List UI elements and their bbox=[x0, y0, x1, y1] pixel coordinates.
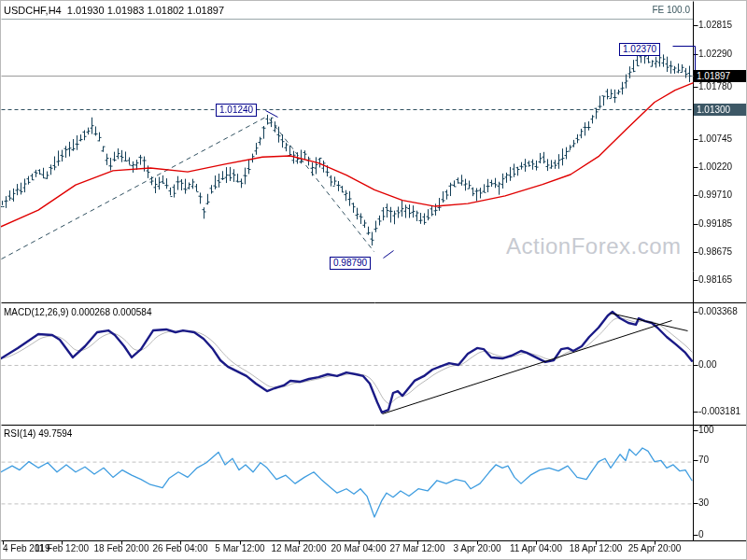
price-annotation-0.98790[interactable]: 0.98790 bbox=[330, 257, 371, 270]
x-axis-label: 27 Mar 12:00 bbox=[390, 543, 445, 553]
level-price-axis-label: 1.01300 bbox=[694, 104, 746, 116]
y-axis-label: 70 bbox=[698, 455, 709, 465]
chart-canvas[interactable] bbox=[1, 1, 747, 560]
x-axis-label: 12 Mar 20:00 bbox=[272, 543, 327, 553]
y-axis-label: 30 bbox=[698, 497, 709, 508]
x-axis-label: 26 Feb 04:00 bbox=[153, 543, 208, 553]
y-axis-label: 1.00220 bbox=[698, 161, 732, 172]
x-axis-label: 18 Apr 12:00 bbox=[570, 543, 623, 553]
symbol-ohlc-title: USDCHF,H4 1.01930 1.01983 1.01802 1.0189… bbox=[4, 5, 224, 16]
y-axis-label: 100 bbox=[698, 425, 714, 435]
trading-chart-window: ActionForex.com USDCHF,H4 1.01930 1.0198… bbox=[0, 0, 747, 560]
y-axis-label: 0 bbox=[698, 529, 704, 539]
y-axis-label: 0.98165 bbox=[698, 274, 732, 285]
y-axis-label: 1.01780 bbox=[698, 81, 732, 91]
y-axis-label: 0.99185 bbox=[698, 218, 732, 229]
fib-expansion-label: FE 100.0 bbox=[652, 5, 690, 15]
y-axis-label: 0.99710 bbox=[698, 189, 732, 200]
y-axis-label: 0.00 bbox=[698, 359, 716, 370]
price-annotation-1.02370[interactable]: 1.02370 bbox=[619, 43, 660, 56]
x-axis-label: 5 Mar 12:00 bbox=[215, 543, 264, 553]
x-axis-label: 11 Apr 04:00 bbox=[510, 543, 562, 553]
x-axis-label: 25 Apr 20:00 bbox=[628, 543, 682, 553]
x-axis-label: 3 Apr 20:00 bbox=[453, 543, 500, 553]
y-axis-label: 0.003368 bbox=[698, 306, 738, 316]
x-axis-label: 20 Mar 04:00 bbox=[331, 543, 387, 553]
y-axis-label: -0.003181 bbox=[698, 406, 740, 416]
x-axis-label: 11 Feb 12:00 bbox=[35, 543, 89, 553]
rsi-indicator-label: RSI(14) 49.7594 bbox=[4, 428, 72, 439]
y-axis-label: 1.00745 bbox=[698, 133, 732, 144]
x-axis-label: 18 Feb 20:00 bbox=[94, 543, 149, 553]
macd-indicator-label: MACD(12,26,9) 0.000268 0.000584 bbox=[4, 307, 151, 317]
y-axis-label: 0.98675 bbox=[698, 246, 732, 257]
y-axis-label: 1.02290 bbox=[698, 49, 732, 59]
y-axis-label: 1.02815 bbox=[698, 20, 732, 30]
price-annotation-1.01240[interactable]: 1.01240 bbox=[216, 104, 257, 117]
